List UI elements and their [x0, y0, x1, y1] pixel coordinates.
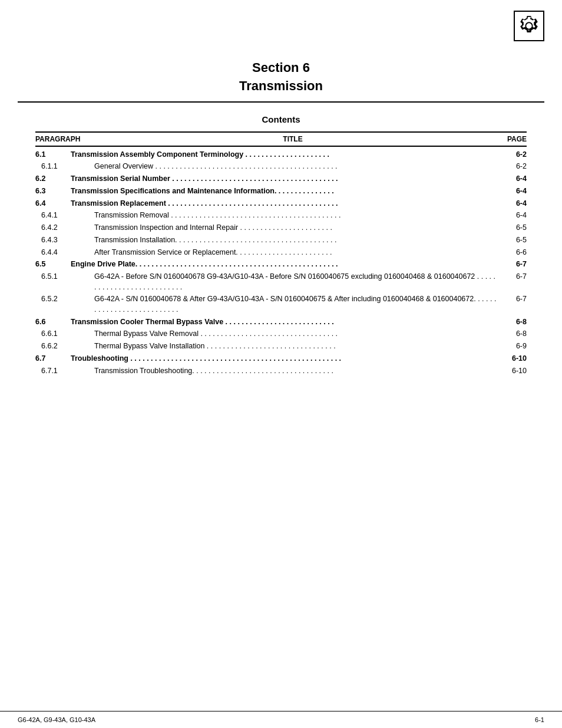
toc-title: Transmission Cooler Thermal Bypass Valve… [71, 317, 497, 328]
toc-page: 6-10 [497, 353, 527, 364]
toc-sub-num: 6.7.1 [35, 365, 94, 377]
toc-sub-num: 6.5.2 [35, 294, 94, 305]
toc-page: 6-8 [497, 317, 527, 328]
toc-page: 6-4 [497, 186, 527, 197]
toc-row: 6.4.2Transmission Inspection and Interna… [35, 222, 527, 233]
toc-sub-title: General Overview . . . . . . . . . . . .… [94, 161, 497, 172]
toc-row: 6.4Transmission Replacement . . . . . . … [35, 198, 527, 209]
toc-sub-num: 6.6.2 [35, 341, 94, 352]
toc-num: 6.6 [35, 317, 71, 328]
toc-sub-page: 6-6 [497, 247, 527, 258]
toc-row: 6.6.2Thermal Bypass Valve Installation .… [35, 341, 527, 352]
toc-sub-page: 6-5 [497, 222, 527, 233]
toc-sub-page: 6-5 [497, 235, 527, 246]
toc-row: 6.2Transmission Serial Number . . . . . … [35, 173, 527, 185]
toc-title: Transmission Assembly Component Terminol… [71, 149, 497, 160]
toc-sub-page: 6-4 [497, 210, 527, 221]
header [0, 0, 562, 41]
toc-row: 6.3Transmission Specifications and Maint… [35, 186, 527, 197]
toc-body: 6.1Transmission Assembly Component Termi… [35, 147, 527, 377]
toc-sub-num: 6.4.2 [35, 222, 94, 233]
toc-sub-title: Thermal Bypass Valve Removal . . . . . .… [94, 328, 497, 340]
toc-row: 6.6Transmission Cooler Thermal Bypass Va… [35, 317, 527, 328]
toc-sub-title: Thermal Bypass Valve Installation . . . … [94, 341, 497, 352]
page: Section 6 Transmission Contents PARAGRAP… [0, 0, 562, 728]
toc-num: 6.4 [35, 198, 71, 209]
toc-sub-num: 6.1.1 [35, 161, 94, 172]
toc-header: PARAGRAPH TITLE PAGE [35, 131, 527, 147]
section-title-area: Section 6 Transmission [0, 41, 562, 101]
contents-area: Contents PARAGRAPH TITLE PAGE 6.1Transmi… [0, 103, 562, 377]
toc-row: 6.7Troubleshooting . . . . . . . . . . .… [35, 353, 527, 364]
toc-num: 6.3 [35, 186, 71, 197]
toc-num: 6.2 [35, 173, 71, 185]
toc-sub-title: Transmission Removal . . . . . . . . . .… [94, 210, 497, 221]
toc-page: 6-2 [497, 149, 527, 160]
gear-icon [518, 15, 540, 37]
footer-right: 6-1 [535, 716, 544, 723]
toc-page: 6-4 [497, 198, 527, 209]
toc-row: 6.4.4After Transmission Service or Repla… [35, 247, 527, 258]
col-para-header: PARAGRAPH [35, 135, 88, 143]
toc-sub-num: 6.4.4 [35, 247, 94, 258]
toc-page: 6-4 [497, 173, 527, 185]
toc-title: Transmission Serial Number . . . . . . .… [71, 173, 497, 185]
toc-page: 6-7 [497, 259, 527, 270]
footer: G6-42A, G9-43A, G10-43A 6-1 [0, 711, 562, 728]
toc-sub-num: 6.6.1 [35, 328, 94, 340]
col-title-header: TITLE [88, 135, 497, 143]
toc-title: Transmission Replacement . . . . . . . .… [71, 198, 497, 209]
toc-sub-title: After Transmission Service or Replacemen… [94, 247, 497, 258]
toc-sub-num: 6.5.1 [35, 271, 94, 282]
toc-row: 6.7.1Transmission Troubleshooting. . . .… [35, 365, 527, 377]
toc-sub-page: 6-9 [497, 341, 527, 352]
col-page-header: PAGE [497, 135, 527, 143]
toc-sub-title: G6-42A - S/N 0160040678 & After G9-43A/G… [94, 294, 497, 315]
contents-title: Contents [35, 114, 527, 124]
toc-row: 6.5.1G6-42A - Before S/N 0160040678 G9-4… [35, 271, 527, 292]
toc-title: Transmission Specifications and Maintena… [71, 186, 497, 197]
toc-sub-num: 6.4.1 [35, 210, 94, 221]
toc-row: 6.4.1Transmission Removal . . . . . . . … [35, 210, 527, 221]
toc-sub-title: Transmission Troubleshooting. . . . . . … [94, 365, 497, 377]
toc-title: Troubleshooting . . . . . . . . . . . . … [71, 353, 497, 364]
toc-num: 6.1 [35, 149, 71, 160]
toc-sub-page: 6-8 [497, 328, 527, 340]
toc-row: 6.5.2G6-42A - S/N 0160040678 & After G9-… [35, 294, 527, 315]
toc-sub-title: Transmission Inspection and Internal Rep… [94, 222, 497, 233]
toc-num: 6.5 [35, 259, 71, 270]
toc-sub-title: G6-42A - Before S/N 0160040678 G9-43A/G1… [94, 271, 497, 292]
toc-sub-page: 6-7 [497, 271, 527, 282]
toc-sub-num: 6.4.3 [35, 235, 94, 246]
toc-row: 6.1Transmission Assembly Component Termi… [35, 149, 527, 160]
toc-row: 6.4.3Transmission Installation. . . . . … [35, 235, 527, 246]
toc-sub-page: 6-7 [497, 294, 527, 305]
toc-row: 6.5Engine Drive Plate. . . . . . . . . .… [35, 259, 527, 270]
toc-title: Engine Drive Plate. . . . . . . . . . . … [71, 259, 497, 270]
footer-left: G6-42A, G9-43A, G10-43A [18, 716, 95, 723]
toc-num: 6.7 [35, 353, 71, 364]
section-title: Section 6 Transmission [0, 59, 562, 95]
toc-row: 6.1.1General Overview . . . . . . . . . … [35, 161, 527, 172]
toc-row: 6.6.1Thermal Bypass Valve Removal . . . … [35, 328, 527, 340]
toc-sub-page: 6-2 [497, 161, 527, 172]
toc-sub-title: Transmission Installation. . . . . . . .… [94, 235, 497, 246]
gear-icon-box [514, 11, 544, 41]
toc-sub-page: 6-10 [497, 365, 527, 377]
